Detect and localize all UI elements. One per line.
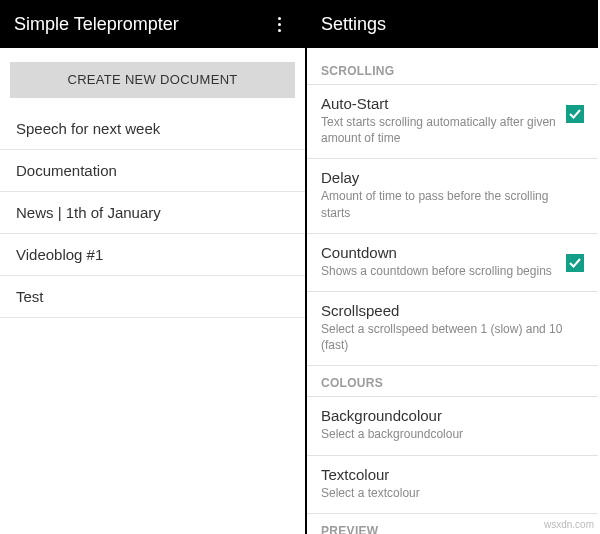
checkbox-icon[interactable]	[566, 105, 584, 123]
setting-subtitle: Select a backgroundcolour	[321, 426, 576, 442]
setting-scrollspeed[interactable]: Scrollspeed Select a scrollspeed between…	[307, 292, 598, 366]
setting-textcolour[interactable]: Textcolour Select a textcolour	[307, 456, 598, 514]
setting-auto-start[interactable]: Auto-Start Text starts scrolling automat…	[307, 85, 598, 159]
settings-title: Settings	[321, 14, 584, 35]
setting-subtitle: Shows a countdown before scrolling begin…	[321, 263, 558, 279]
setting-title: Countdown	[321, 244, 558, 261]
section-header-colours: COLOURS	[307, 366, 598, 397]
setting-title: Delay	[321, 169, 576, 186]
list-item[interactable]: Speech for next week	[0, 108, 305, 150]
setting-subtitle: Select a textcolour	[321, 485, 576, 501]
appbar-right: Settings	[307, 0, 598, 48]
watermark: wsxdn.com	[544, 519, 594, 530]
checkbox-icon[interactable]	[566, 254, 584, 272]
create-document-button[interactable]: CREATE NEW DOCUMENT	[10, 62, 295, 98]
setting-backgroundcolour[interactable]: Backgroundcolour Select a backgroundcolo…	[307, 397, 598, 455]
setting-subtitle: Select a scrollspeed between 1 (slow) an…	[321, 321, 576, 353]
setting-title: Scrollspeed	[321, 302, 576, 319]
setting-countdown[interactable]: Countdown Shows a countdown before scrol…	[307, 234, 598, 292]
setting-title: Textcolour	[321, 466, 576, 483]
list-item[interactable]: Documentation	[0, 150, 305, 192]
list-item[interactable]: Videoblog #1	[0, 234, 305, 276]
section-header-scrolling: SCROLLING	[307, 54, 598, 85]
appbar-left: Simple Teleprompter	[0, 0, 305, 48]
documents-pane: Simple Teleprompter CREATE NEW DOCUMENT …	[0, 0, 307, 534]
list-item[interactable]: News | 1th of January	[0, 192, 305, 234]
list-item[interactable]: Test	[0, 276, 305, 318]
document-list: Speech for next week Documentation News …	[0, 108, 305, 318]
setting-delay[interactable]: Delay Amount of time to pass before the …	[307, 159, 598, 233]
settings-pane: Settings SCROLLING Auto-Start Text start…	[307, 0, 598, 534]
overflow-menu-icon[interactable]	[267, 12, 291, 36]
setting-title: Backgroundcolour	[321, 407, 576, 424]
app-title: Simple Teleprompter	[14, 14, 267, 35]
setting-subtitle: Amount of time to pass before the scroll…	[321, 188, 576, 220]
setting-title: Auto-Start	[321, 95, 558, 112]
setting-subtitle: Text starts scrolling automatically afte…	[321, 114, 558, 146]
settings-body: SCROLLING Auto-Start Text starts scrolli…	[307, 48, 598, 534]
